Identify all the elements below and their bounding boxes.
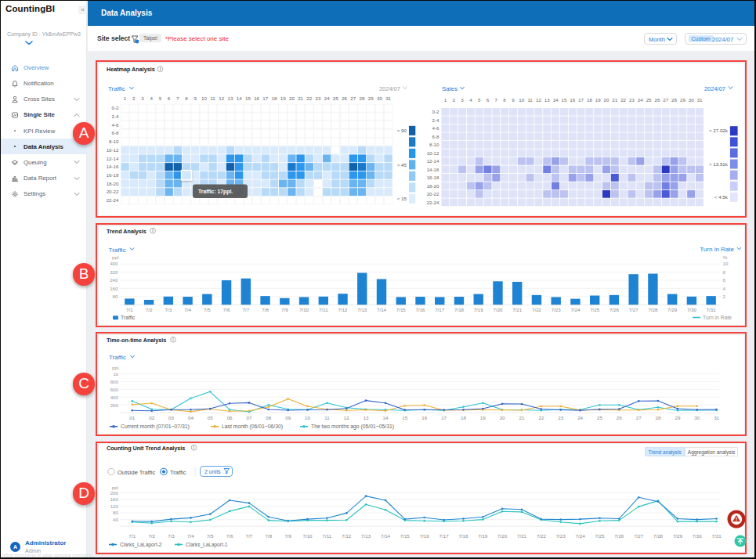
svg-text:Traffic: Traffic [109, 247, 126, 254]
svg-text:9: 9 [512, 97, 515, 103]
svg-text:31: 31 [385, 96, 391, 101]
svg-text:Sales: Sales [442, 85, 458, 92]
svg-text:11: 11 [210, 96, 215, 101]
svg-text:24: 24 [577, 415, 583, 420]
svg-text:21: 21 [298, 96, 303, 101]
svg-text:400: 400 [110, 261, 118, 266]
svg-text:7/11: 7/11 [319, 307, 328, 312]
svg-text:23: 23 [558, 415, 563, 420]
svg-text:26: 26 [617, 415, 622, 420]
svg-text:7/8: 7/8 [262, 307, 269, 312]
svg-text:7/5: 7/5 [207, 533, 214, 539]
svg-text:26: 26 [342, 96, 347, 101]
svg-text:2024/07: 2024/07 [704, 85, 725, 92]
svg-text:13: 13 [544, 97, 550, 103]
svg-text:30: 30 [694, 415, 700, 420]
svg-text:2-4: 2-4 [112, 114, 120, 119]
svg-text:23: 23 [316, 96, 321, 101]
svg-text:2-4: 2-4 [432, 117, 440, 123]
svg-text:200: 200 [110, 402, 119, 408]
svg-text:7/22: 7/22 [537, 533, 547, 539]
svg-text:2: 2 [723, 294, 726, 299]
svg-text:14-16: 14-16 [107, 164, 119, 169]
svg-text:3: 3 [141, 96, 144, 101]
svg-text:7/29: 7/29 [673, 533, 683, 539]
svg-text:23: 23 [629, 97, 635, 103]
svg-text:28: 28 [656, 415, 661, 420]
svg-text:7/22: 7/22 [532, 307, 542, 312]
svg-text:10: 10 [305, 415, 310, 420]
svg-text:4-6: 4-6 [112, 122, 120, 128]
svg-text:4: 4 [469, 97, 472, 103]
svg-text:240: 240 [110, 277, 118, 283]
svg-text:7/9: 7/9 [284, 533, 291, 539]
svg-text:16: 16 [254, 96, 259, 101]
svg-text:7/19: 7/19 [478, 533, 488, 539]
svg-text:Outside Traffic: Outside Traffic [118, 469, 155, 476]
svg-text:7/28: 7/28 [648, 307, 658, 312]
svg-text:Traffic: Traffic [109, 354, 126, 361]
svg-text:7/13: 7/13 [357, 307, 367, 312]
svg-text:7/11: 7/11 [323, 533, 332, 539]
svg-text:7/26: 7/26 [610, 307, 620, 312]
svg-text:01: 01 [129, 415, 135, 420]
svg-text:160: 160 [110, 286, 118, 291]
svg-text:12: 12 [344, 415, 349, 420]
svg-text:4-6: 4-6 [432, 125, 440, 131]
svg-text:Trend Analysis: Trend Analysis [107, 228, 146, 235]
svg-text:24: 24 [638, 97, 643, 103]
svg-text:7/20: 7/20 [493, 307, 503, 312]
svg-text:7/15: 7/15 [396, 307, 407, 312]
svg-text:7/24: 7/24 [576, 533, 586, 539]
svg-text:2: 2 [452, 97, 455, 103]
svg-text:8: 8 [503, 97, 506, 103]
svg-text:4: 4 [150, 96, 153, 101]
svg-text:16: 16 [570, 97, 575, 103]
svg-text:12: 12 [536, 97, 541, 103]
svg-text:8-10: 8-10 [109, 139, 119, 144]
svg-text:5: 5 [478, 97, 481, 103]
svg-text:7/16: 7/16 [415, 307, 425, 312]
svg-text:7/27: 7/27 [634, 533, 644, 539]
svg-text:16: 16 [421, 415, 427, 420]
svg-text:15: 15 [561, 97, 566, 103]
svg-text:30: 30 [689, 97, 694, 103]
svg-text:22: 22 [620, 97, 626, 103]
svg-text:10: 10 [723, 261, 729, 266]
svg-text:7/7: 7/7 [246, 533, 253, 539]
svg-text:> 27.02k: > 27.02k [709, 128, 729, 133]
svg-text:160: 160 [110, 496, 119, 502]
svg-text:20: 20 [500, 415, 505, 420]
svg-text:7: 7 [495, 97, 498, 103]
svg-text:22: 22 [538, 415, 544, 420]
svg-text:27: 27 [663, 97, 668, 103]
svg-text:7/4: 7/4 [187, 533, 194, 539]
svg-text:14-16: 14-16 [427, 167, 439, 172]
svg-text:2: 2 [132, 96, 136, 101]
svg-text:10: 10 [519, 97, 524, 103]
svg-text:18-20: 18-20 [427, 183, 439, 189]
svg-text:Heatmap Analysis: Heatmap Analysis [107, 66, 155, 73]
svg-text:11: 11 [324, 415, 330, 420]
svg-text:7/19: 7/19 [474, 307, 484, 312]
svg-text:21: 21 [612, 97, 617, 103]
svg-text:Turn in Rate: Turn in Rate [700, 246, 734, 253]
svg-text:03: 03 [168, 415, 174, 420]
svg-text:4: 4 [723, 286, 726, 291]
svg-text:6: 6 [723, 277, 726, 283]
svg-text:7/17: 7/17 [435, 307, 445, 312]
svg-text:7/5: 7/5 [204, 307, 211, 312]
svg-text:10-12: 10-12 [107, 147, 119, 153]
svg-text:7/14: 7/14 [377, 307, 387, 312]
svg-text:14: 14 [237, 96, 242, 101]
svg-text:7/20: 7/20 [497, 533, 508, 539]
svg-text:0-2: 0-2 [112, 105, 120, 110]
svg-text:28: 28 [671, 97, 677, 103]
svg-text:7/6: 7/6 [223, 307, 230, 312]
svg-text:ppl.: ppl. [112, 365, 120, 370]
svg-text:15: 15 [245, 96, 251, 101]
svg-text:6-8: 6-8 [112, 130, 120, 135]
svg-text:21: 21 [519, 415, 525, 420]
svg-text:Clarks_LaLaport-2: Clarks_LaLaport-2 [120, 542, 162, 548]
svg-text:7/17: 7/17 [439, 533, 450, 539]
